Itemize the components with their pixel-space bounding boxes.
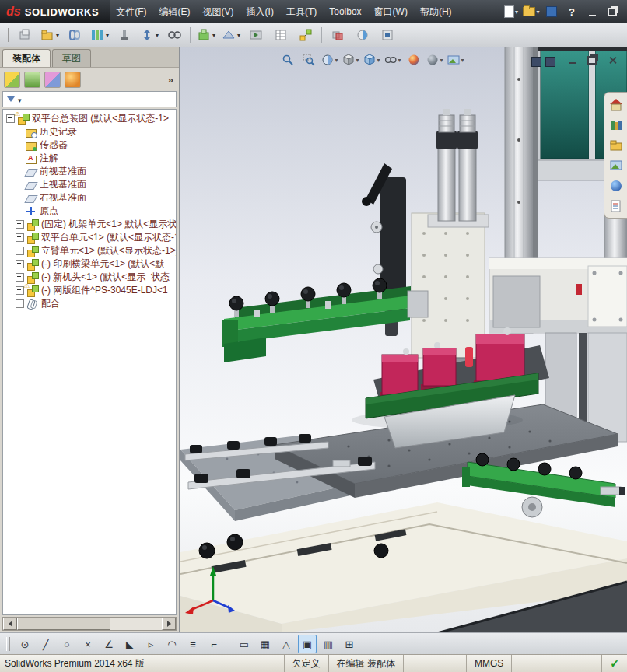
tree-item-sensors[interactable]: 传感器: [3, 138, 176, 152]
component-pattern-button[interactable]: [88, 25, 111, 45]
exploded-view-button[interactable]: [294, 25, 317, 45]
tab-sketch[interactable]: 草图: [52, 49, 91, 67]
bom-button[interactable]: [269, 25, 292, 45]
section-grid-tool-button[interactable]: ⊞: [340, 635, 359, 653]
menu-toolbox[interactable]: Toolbox: [323, 2, 367, 21]
rectangle-tool-button[interactable]: ▭: [235, 635, 254, 653]
scroll-left-button[interactable]: [3, 618, 17, 630]
tree-filter[interactable]: [2, 91, 177, 107]
configurationmanager-icon[interactable]: [44, 72, 61, 88]
overflow-chevron[interactable]: »: [168, 74, 175, 86]
insert-components-button[interactable]: [38, 25, 61, 45]
tree-item-mates[interactable]: 配合: [3, 297, 176, 310]
graphics-viewport[interactable]: [180, 47, 627, 633]
zoom-fit-button[interactable]: [278, 51, 297, 68]
tab-assembly[interactable]: 装配体: [2, 49, 51, 67]
tree-item-dual-platform-unit[interactable]: 双平台单元<1> (默认<显示状态-1: [3, 231, 176, 244]
expand-icon[interactable]: [16, 260, 24, 268]
polygon-tool-button[interactable]: △: [277, 635, 296, 653]
menu-tools[interactable]: 工具(T): [280, 2, 323, 23]
next-document-icon[interactable]: [545, 57, 555, 67]
tree-item-right-plane[interactable]: 右视基准面: [3, 191, 176, 205]
save-button[interactable]: [543, 4, 560, 19]
grid-tool-button[interactable]: ▦: [256, 635, 275, 653]
tree-item-annotations[interactable]: 注解: [3, 152, 176, 165]
centerline-tool-button[interactable]: ≡: [184, 635, 202, 653]
menu-window[interactable]: 窗口(W): [368, 2, 414, 23]
wireframe-view-tool-button[interactable]: ▥: [319, 635, 338, 653]
offset-tool-button[interactable]: ⌐: [205, 635, 223, 653]
zoom-area-button[interactable]: [299, 51, 318, 68]
interference-detection-button[interactable]: [326, 25, 349, 45]
motion-study-button[interactable]: [244, 25, 268, 45]
tree-item-column-unit[interactable]: 立臂单元<1> (默认<显示状态-1>): [3, 244, 176, 257]
propertymanager-icon[interactable]: [24, 72, 40, 88]
instant3d-button[interactable]: [351, 25, 374, 45]
menu-help[interactable]: 帮助(H): [414, 2, 458, 23]
scrollbar-thumb[interactable]: [17, 618, 110, 630]
menu-file[interactable]: 文件(F): [110, 2, 152, 23]
doc-restore-button[interactable]: [585, 54, 599, 66]
tree-item-frame-unit[interactable]: (固定) 机架单元<1> 默认<显示状: [3, 218, 176, 231]
fillet-tool-button[interactable]: ◣: [121, 635, 139, 653]
tree-item-origin[interactable]: 原点: [3, 205, 176, 218]
expand-icon[interactable]: [16, 233, 24, 242]
arc-tool-button[interactable]: ◠: [163, 635, 181, 653]
scroll-right-button[interactable]: [162, 618, 176, 630]
scrollbar-track[interactable]: [17, 618, 162, 630]
angle-dimension-tool-button[interactable]: ∠: [100, 635, 118, 653]
smart-fasteners-button[interactable]: [113, 25, 136, 45]
tree-item-front-plane[interactable]: 前视基准面: [3, 165, 176, 178]
expand-icon[interactable]: [16, 299, 24, 308]
viewport-3d-model[interactable]: [180, 47, 627, 633]
move-component-button[interactable]: [138, 25, 161, 45]
help-button[interactable]: [563, 4, 580, 19]
displaymanager-icon[interactable]: [65, 72, 81, 88]
shaded-view-tool-button[interactable]: ▣: [298, 635, 317, 653]
circle-tool-button[interactable]: ○: [58, 635, 76, 653]
expand-icon[interactable]: [16, 220, 24, 229]
custom-properties-button[interactable]: [608, 198, 624, 214]
toolbar-grip[interactable]: [5, 28, 9, 42]
doc-minimize-button[interactable]: [565, 54, 579, 66]
toolbar-grip[interactable]: [6, 637, 10, 651]
menu-edit[interactable]: 编辑(E): [153, 2, 197, 23]
restore-window-button[interactable]: [604, 4, 621, 19]
edit-appearance-button[interactable]: [405, 51, 423, 68]
tree-item-top-plane[interactable]: 上视基准面: [3, 178, 176, 191]
previous-document-icon[interactable]: [531, 57, 541, 67]
hide-show-items-button[interactable]: [384, 51, 402, 68]
edit-component-button[interactable]: [13, 25, 37, 45]
new-document-button[interactable]: [503, 4, 520, 19]
line-tool-button[interactable]: ╱: [37, 635, 55, 653]
menu-view[interactable]: 视图(V): [197, 2, 240, 23]
tree-horizontal-scrollbar[interactable]: [2, 617, 177, 631]
convert-entities-tool-button[interactable]: ▹: [142, 635, 160, 653]
units-selector[interactable]: MMGS: [466, 655, 511, 672]
view-palette-button[interactable]: [608, 157, 624, 173]
display-style-button[interactable]: [363, 51, 381, 68]
tree-item-history[interactable]: 历史记录: [3, 125, 176, 138]
mate-button[interactable]: [63, 25, 86, 45]
show-hidden-components-button[interactable]: [163, 25, 186, 45]
featuremanager-tree-icon[interactable]: [4, 72, 20, 88]
doc-close-button[interactable]: [605, 54, 619, 66]
model-crossbeam[interactable]: [489, 258, 627, 333]
tree-item-screen-assembly[interactable]: (-) 网版组件^PS-3045E-LDJ<1: [3, 284, 176, 297]
appearances-button[interactable]: [608, 177, 624, 194]
view-orientation-button[interactable]: [342, 51, 360, 68]
expand-icon[interactable]: [16, 247, 24, 255]
minimize-window-button[interactable]: [583, 4, 601, 19]
expand-icon[interactable]: [16, 273, 24, 282]
delete-tool-button[interactable]: ×: [79, 635, 97, 653]
reference-geometry-button[interactable]: [219, 25, 243, 45]
point-tool-button[interactable]: ⊙: [16, 635, 34, 653]
file-explorer-button[interactable]: [608, 137, 624, 153]
design-library-button[interactable]: [608, 117, 624, 133]
solidworks-resources-button[interactable]: [608, 96, 624, 113]
tree-item-root[interactable]: 双平台总装图 (默认<显示状态-1>: [3, 112, 176, 125]
menu-insert[interactable]: 插入(I): [240, 2, 280, 23]
view-settings-button[interactable]: [447, 51, 465, 68]
tree-item-new-head[interactable]: (-) 新机头<1> (默认<显示_状态: [3, 271, 176, 284]
section-view-button[interactable]: [321, 51, 339, 68]
